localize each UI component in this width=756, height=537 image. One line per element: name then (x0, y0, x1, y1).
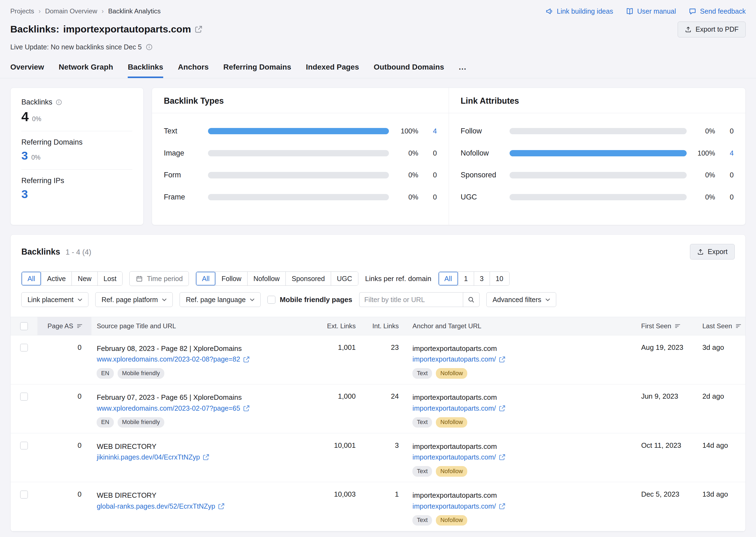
tab-backlinks[interactable]: Backlinks (128, 63, 163, 78)
status-filter-lost[interactable]: Lost (98, 272, 123, 285)
row-checkbox[interactable] (20, 392, 28, 400)
ref-domains-metric-value[interactable]: 3 (21, 149, 28, 162)
advanced-filters-dropdown[interactable]: Advanced filters (486, 292, 556, 307)
first-seen-value: Jun 9, 2023 (634, 385, 695, 401)
source-page-url[interactable]: www.xploredomains.com/2023-02-07?page=65 (97, 403, 306, 414)
user-manual-link[interactable]: User manual (626, 7, 676, 15)
export-icon (697, 248, 704, 255)
last-seen-value: 3d ago (695, 335, 745, 352)
export-button[interactable]: Export (690, 244, 735, 260)
follow-filter-sponsored[interactable]: Sponsored (285, 272, 330, 285)
export-icon (685, 26, 692, 33)
page-as-value: 0 (37, 335, 91, 352)
mobile-friendly-checkbox[interactable] (268, 296, 275, 304)
bar-track (510, 128, 687, 134)
charts-card: Backlink Types Text 100% 4 Image 0% 0 (152, 88, 746, 225)
int-links-value: 23 (362, 335, 405, 352)
last-seen-value: 14d ago (695, 433, 745, 450)
page-title-prefix: Backlinks: (10, 24, 59, 35)
tabs-overflow-button[interactable]: ... (459, 63, 467, 78)
title-row: Backlinks: importexportautoparts.com Exp… (10, 21, 746, 37)
external-link-icon[interactable] (499, 405, 505, 411)
breadcrumb-domain-overview[interactable]: Domain Overview (45, 7, 97, 15)
tab-anchors[interactable]: Anchors (178, 63, 209, 78)
search-button[interactable] (463, 292, 480, 307)
external-link-icon[interactable] (499, 503, 505, 510)
breadcrumb-projects[interactable]: Projects (10, 7, 34, 15)
sort-icon[interactable] (77, 324, 83, 329)
target-url[interactable]: importexportautoparts.com/ (412, 452, 634, 463)
link-placement-dropdown[interactable]: Link placement (21, 292, 88, 307)
sort-icon[interactable] (735, 324, 741, 329)
nofollow-badge: Nofollow (436, 515, 467, 525)
tab-network-graph[interactable]: Network Graph (59, 63, 113, 78)
tab-outbound-domains[interactable]: Outbound Domains (374, 63, 444, 78)
ext-links-value: 10,001 (317, 433, 362, 450)
metric-backlinks: Backlinks 4 0% (21, 98, 132, 124)
backlinks-metric-label: Backlinks (21, 98, 52, 106)
link-placement-label: Link placement (27, 296, 74, 304)
info-icon[interactable] (146, 44, 152, 51)
ref-ips-metric-value[interactable]: 3 (21, 187, 28, 201)
follow-filter-ugc[interactable]: UGC (331, 272, 358, 285)
summary-card: Backlinks 4 0% Referring Domains 3 0% Re… (10, 88, 144, 225)
status-filter-new[interactable]: New (71, 272, 97, 285)
bar-row-ugc: UGC 0% 0 (461, 186, 734, 208)
bar-track (208, 172, 389, 178)
last-seen-value: 13d ago (695, 482, 745, 499)
export-to-pdf-button[interactable]: Export to PDF (678, 21, 746, 37)
ext-links-value: 1,001 (317, 335, 362, 352)
bar-row-sponsored: Sponsored 0% 0 (461, 164, 734, 186)
ref-page-platform-dropdown[interactable]: Ref. page platform (95, 292, 173, 307)
target-url[interactable]: importexportautoparts.com/ (412, 354, 634, 364)
row-checkbox[interactable] (20, 344, 28, 352)
external-link-icon[interactable] (243, 405, 249, 411)
links-per-domain-all[interactable]: All (439, 272, 458, 285)
anchor-text: importexportautoparts.com (412, 490, 634, 501)
source-page-url[interactable]: jikininki.pages.dev/04/EcrxTtNZyp (97, 452, 306, 463)
follow-filter-nofollow[interactable]: Nofollow (247, 272, 285, 285)
external-link-icon[interactable] (218, 503, 224, 510)
sort-icon[interactable] (675, 324, 681, 329)
info-icon[interactable] (56, 99, 62, 105)
nofollow-badge: Nofollow (436, 466, 467, 476)
column-page-as[interactable]: Page AS (37, 317, 91, 335)
time-period-button[interactable]: Time period (129, 271, 189, 286)
source-page-url[interactable]: www.xploredomains.com/2023-02-08?page=82 (97, 354, 306, 364)
filters-row-1: All Active New Lost Time period All Foll… (11, 271, 746, 286)
source-page-url[interactable]: global-ranks.pages.dev/52/EcrxTtNZyp (97, 501, 306, 512)
ref-page-language-dropdown[interactable]: Ref. page language (180, 292, 261, 307)
external-link-icon[interactable] (243, 356, 249, 363)
metric-referring-domains: Referring Domains 3 0% (21, 138, 132, 162)
target-url[interactable]: importexportautoparts.com/ (412, 501, 634, 512)
external-link-icon[interactable] (499, 454, 505, 460)
tab-overview[interactable]: Overview (10, 63, 44, 78)
status-filter-all[interactable]: All (21, 272, 41, 285)
search-input[interactable] (359, 292, 463, 307)
bar-fill (208, 128, 389, 134)
external-link-icon[interactable] (499, 356, 505, 363)
links-per-domain-10[interactable]: 10 (490, 272, 509, 285)
tab-referring-domains[interactable]: Referring Domains (223, 63, 291, 78)
row-checkbox[interactable] (20, 491, 28, 499)
follow-filter-all[interactable]: All (196, 272, 215, 285)
external-link-icon[interactable] (195, 26, 202, 33)
link-building-ideas-link[interactable]: Link building ideas (546, 7, 613, 15)
status-filter-active[interactable]: Active (41, 272, 71, 285)
send-feedback-link[interactable]: Send feedback (689, 7, 746, 15)
int-links-value: 1 (362, 482, 405, 499)
column-last-seen[interactable]: Last Seen (695, 322, 745, 330)
links-per-domain-1[interactable]: 1 (458, 272, 474, 285)
target-url[interactable]: importexportautoparts.com/ (412, 403, 634, 414)
links-per-domain-3[interactable]: 3 (474, 272, 490, 285)
nofollow-badge: Nofollow (436, 417, 467, 428)
time-period-label: Time period (147, 275, 183, 283)
follow-filter-follow[interactable]: Follow (215, 272, 247, 285)
external-link-icon[interactable] (203, 454, 209, 460)
source-page-title: February 07, 2023 - Page 65 | XploreDoma… (97, 392, 306, 403)
select-all-checkbox[interactable] (20, 322, 28, 330)
source-page-title: WEB DIRECTORY (97, 441, 306, 452)
row-checkbox[interactable] (20, 442, 28, 450)
column-first-seen[interactable]: First Seen (634, 322, 695, 330)
tab-indexed-pages[interactable]: Indexed Pages (306, 63, 359, 78)
